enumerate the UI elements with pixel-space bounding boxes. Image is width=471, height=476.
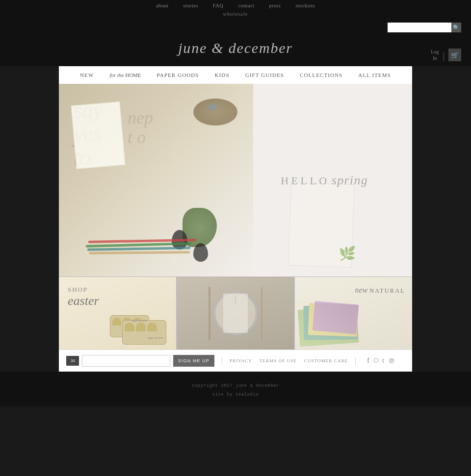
top-nav-stockists[interactable]: stockists — [288, 3, 322, 8]
painted-egg-2 — [193, 243, 208, 262]
top-nav-faq[interactable]: FAQ — [206, 3, 231, 8]
footer-divider: | — [221, 356, 223, 365]
site-title: june & december — [178, 40, 293, 56]
footer-copyright: copyright 2017 june & december site by z… — [0, 372, 471, 406]
calligraphy-deco2: nept o — [128, 108, 153, 147]
email-icon: ✉ — [66, 356, 79, 366]
email-input[interactable] — [82, 355, 170, 367]
nav-kids[interactable]: KIDS — [207, 72, 237, 78]
herb-sprig: | — [235, 295, 236, 304]
footer-terms-link[interactable]: TERMS OF USE — [260, 358, 297, 363]
footer-divider-2: | — [355, 356, 356, 365]
main-nav: NEW for the HOME PAPER GOODS KIDS GIFT G… — [59, 66, 412, 84]
cards-wrapper: SHOP easter — [0, 276, 471, 350]
top-header-bar: about stories FAQ contact press stockist… — [0, 0, 471, 66]
nest-egg — [208, 103, 217, 110]
search-input[interactable] — [388, 23, 451, 32]
wholesale-link[interactable]: wholesale — [223, 11, 248, 17]
nav-all-items[interactable]: ALL ITEMS — [350, 72, 399, 78]
search-row: 🔍 — [0, 23, 471, 32]
hello-word: HELLO — [281, 175, 330, 187]
divider: | — [443, 51, 445, 61]
top-nav-stories[interactable]: stories — [176, 3, 205, 8]
signup-button[interactable]: SIGN ME UP — [173, 355, 214, 367]
natural-word: NATURAL — [369, 287, 405, 294]
instagram-icon[interactable]: ⬡ — [373, 357, 378, 365]
new-word: new — [355, 286, 367, 294]
copyright-text: copyright 2017 june & december — [0, 381, 471, 390]
hero-banner[interactable]: sayyesto nept o 🌿 HELLO spring — [59, 84, 412, 276]
cards-inner: SHOP easter — [59, 276, 412, 350]
fern-deco: 🌿 — [338, 245, 356, 262]
fork-deco — [209, 287, 210, 341]
footer-social: f ⬡ t ℗ — [367, 357, 395, 365]
twitter-icon[interactable]: t — [382, 357, 384, 365]
envelope-symbol: ✉ — [71, 358, 75, 364]
footer-email-row: ✉ SIGN ME UP | PRIVACY TERMS OF USE CUST… — [59, 350, 412, 372]
site-logo: june & december — [0, 35, 471, 60]
pinterest-icon[interactable]: ℗ — [388, 357, 395, 365]
cart-button[interactable]: 🛒 — [448, 49, 461, 61]
nav-gift-guides[interactable]: GIFT GUIDES — [237, 72, 292, 78]
easter-word: easter — [68, 294, 99, 308]
nav-paper-goods[interactable]: PAPER GOODS — [149, 72, 207, 78]
cart-icon: 🛒 — [451, 51, 459, 59]
nav-new[interactable]: NEW — [72, 72, 102, 78]
main-nav-wrapper: NEW for the HOME PAPER GOODS KIDS GIFT G… — [0, 66, 471, 84]
nav-home[interactable]: for the HOME — [102, 72, 149, 78]
fabric-stack — [299, 301, 408, 345]
wholesale-row: wholesale — [0, 11, 471, 19]
nav-collections[interactable]: COLLECTIONS — [292, 72, 350, 78]
knife-deco — [261, 287, 262, 341]
shop-word: SHOP — [68, 286, 99, 294]
footer-nav-links: PRIVACY TERMS OF USE CUSTOMER CARE — [230, 358, 348, 363]
spring-word: spring — [332, 173, 368, 187]
hero-wrapper: sayyesto nept o 🌿 HELLO spring — [0, 84, 471, 276]
hero-hello-text: HELLO spring — [281, 173, 368, 188]
table-card[interactable]: | — [177, 277, 295, 350]
egg-label-text2: egg writes — [148, 336, 163, 340]
top-nav-about[interactable]: about — [149, 3, 176, 8]
header-login-cart: LogIn | 🛒 — [431, 49, 461, 61]
footer-privacy-link[interactable]: PRIVACY — [230, 358, 252, 363]
facebook-icon[interactable]: f — [367, 357, 369, 365]
top-nav-press[interactable]: press — [262, 3, 288, 8]
easter-card[interactable]: SHOP easter — [59, 277, 177, 350]
footer-bar: ✉ SIGN ME UP | PRIVACY TERMS OF USE CUST… — [0, 350, 471, 372]
bird-nest-deco — [193, 99, 237, 125]
egg-label-text: egg writes — [131, 319, 147, 323]
footer-care-link[interactable]: CUSTOMER CARE — [304, 358, 348, 363]
top-nav-contact[interactable]: contact — [231, 3, 262, 8]
login-link[interactable]: LogIn — [431, 49, 439, 61]
natural-label: new NATURAL — [355, 286, 405, 295]
fabric-4 — [313, 301, 359, 334]
search-button[interactable]: 🔍 — [451, 23, 461, 32]
header-area: 🔍 june & december LogIn | 🛒 — [0, 19, 471, 66]
egg-carton-2 — [122, 320, 166, 345]
page-container: about stories FAQ contact press stockist… — [0, 0, 471, 406]
note-card — [71, 101, 126, 169]
site-by-text: site by zealodia — [0, 390, 471, 399]
natural-card[interactable]: new NATURAL — [295, 277, 412, 350]
easter-label: SHOP easter — [68, 286, 99, 308]
top-nav-row: about stories FAQ contact press stockist… — [0, 0, 471, 11]
